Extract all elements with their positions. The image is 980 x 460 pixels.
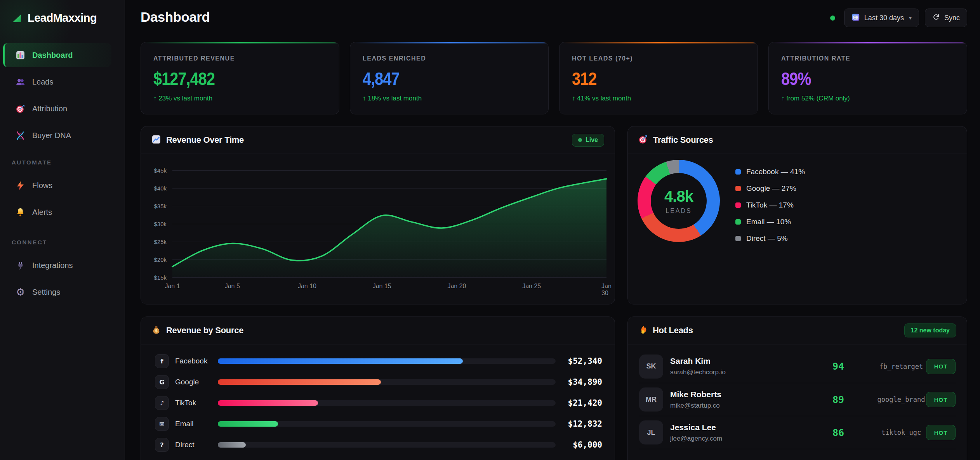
- svg-text:$: $: [155, 328, 158, 333]
- lead-row-mike-roberts[interactable]: MR Mike Roberts mike@startup.co 89 googl…: [639, 383, 956, 416]
- source-label: Email: [175, 420, 218, 428]
- sidebar-item-attribution[interactable]: Attribution: [3, 97, 111, 121]
- legend-item: Google — 27%: [735, 184, 805, 193]
- sidebar-item-label: Alerts: [32, 208, 52, 217]
- sidebar-item-alerts[interactable]: Alerts: [3, 200, 111, 224]
- source-value: $21,420: [568, 398, 602, 408]
- lead-source: fb_retarget: [868, 363, 934, 370]
- sync-icon: [932, 13, 940, 23]
- google-icon: G: [155, 375, 169, 389]
- bar-fill: [218, 358, 463, 364]
- gear-icon: ⚙: [15, 287, 26, 297]
- sidebar-item-settings[interactable]: ⚙ Settings: [3, 280, 111, 304]
- live-dot-icon: [578, 138, 582, 142]
- bar-fill: [218, 400, 318, 406]
- sidebar-item-flows[interactable]: Flows: [3, 173, 111, 197]
- revenue-line-svg: [172, 170, 606, 277]
- app-logo: LeadMaxxing: [0, 0, 125, 24]
- lead-row-sarah-kim[interactable]: SK Sarah Kim sarah@techcorp.io 94 fb_ret…: [639, 350, 956, 383]
- source-value: $6,000: [573, 440, 602, 450]
- source-label: Direct: [175, 441, 218, 449]
- panel-title: Hot Leads: [653, 325, 693, 335]
- kpi-accent-stripe: [560, 42, 758, 43]
- legend-label: Email — 10%: [746, 218, 791, 226]
- x-axis-tick-label: Jan 1: [165, 283, 180, 290]
- main-content: Dashboard Last 30 days ▾ Sync ATTRIBUTED…: [125, 0, 980, 460]
- bell-icon: [15, 207, 26, 218]
- music-note-icon: ♪: [155, 396, 169, 410]
- sync-button[interactable]: Sync: [925, 9, 967, 27]
- kpi-value: $127,482: [153, 68, 215, 89]
- lead-score: 86: [832, 427, 844, 438]
- sidebar-item-buyer-dna[interactable]: Buyer DNA: [3, 123, 111, 147]
- sidebar-item-dashboard[interactable]: Dashboard: [3, 43, 111, 67]
- lead-email: mike@startup.co: [670, 402, 721, 410]
- kpi-label: ATTRIBUTION RATE: [781, 55, 967, 62]
- hot-badge: HOT: [926, 425, 956, 440]
- kpi-value: 4,847: [363, 68, 400, 89]
- x-axis-tick-label: Jan 30: [601, 283, 612, 297]
- kpi-card-hot-leads: HOT LEADS (70+) 312 ↑ 41% vs last month: [559, 42, 758, 114]
- bar-track: [218, 421, 556, 427]
- date-range-label: Last 30 days: [864, 14, 904, 22]
- lead-email: jlee@agency.com: [670, 435, 722, 443]
- donut-center-value: 4.8k: [664, 188, 693, 205]
- revenue-source-row-facebook: f Facebook $52,340: [141, 351, 615, 372]
- chart-up-icon: [151, 135, 161, 146]
- calendar-icon: [851, 13, 860, 23]
- kpi-delta: ↑ 18% vs last month: [363, 95, 548, 102]
- envelope-icon: ✉: [155, 417, 169, 431]
- lead-row-jessica-lee[interactable]: JL Jessica Lee jlee@agency.com 86 tiktok…: [639, 416, 956, 449]
- kpi-label: LEADS ENRICHED: [363, 55, 548, 62]
- bar-track: [218, 400, 556, 406]
- lightning-icon: [15, 180, 26, 191]
- revenue-source-row-direct: ? Direct $6,000: [141, 434, 615, 455]
- sidebar-item-leads[interactable]: Leads: [3, 70, 111, 94]
- panel-title: Traffic Sources: [653, 135, 713, 145]
- money-bag-icon: $: [151, 325, 161, 336]
- kpi-delta: ↑ 41% vs last month: [572, 95, 758, 102]
- lead-row-partial[interactable]: [639, 449, 956, 460]
- legend-item: Facebook — 41%: [735, 167, 805, 176]
- date-range-button[interactable]: Last 30 days ▾: [844, 9, 919, 27]
- online-status-dot: [830, 16, 835, 21]
- kpi-label: ATTRIBUTED REVENUE: [153, 55, 339, 62]
- x-axis-tick-label: Jan 10: [298, 283, 316, 290]
- traffic-donut-chart: 4.8k LEADS: [638, 160, 720, 242]
- lead-source: tiktok_ugc: [868, 429, 934, 436]
- hot-leads-list: SK Sarah Kim sarah@techcorp.io 94 fb_ret…: [639, 350, 956, 460]
- logo-triangle-icon: [12, 13, 22, 23]
- sidebar-item-integrations[interactable]: Integrations: [3, 253, 111, 277]
- kpi-delta: ↑ from 52% (CRM only): [781, 95, 967, 102]
- sidebar: LeadMaxxing Dashboard Leads Attribution …: [0, 0, 125, 460]
- x-axis-tick-label: Jan 5: [225, 283, 240, 290]
- legend-swatch: [735, 169, 741, 175]
- legend-item: Direct — 5%: [735, 234, 805, 243]
- source-label: Facebook: [175, 357, 218, 365]
- legend-swatch: [735, 236, 741, 241]
- revenue-by-source-panel: $ Revenue by Source f Facebook $52,340 G…: [141, 316, 615, 460]
- x-axis-tick-label: Jan 15: [373, 283, 391, 290]
- lead-score: 94: [832, 361, 844, 372]
- sidebar-item-label: Settings: [32, 288, 60, 297]
- facebook-icon: f: [155, 354, 169, 368]
- legend-swatch: [735, 186, 741, 191]
- kpi-value: 312: [572, 68, 596, 89]
- y-axis-tick-label: $45k: [141, 167, 167, 174]
- y-axis-tick-label: $40k: [141, 185, 167, 192]
- bar-fill: [218, 379, 381, 385]
- hot-badge: HOT: [926, 359, 956, 374]
- sidebar-item-label: Attribution: [32, 104, 67, 113]
- y-axis-tick-label: $15k: [141, 274, 167, 281]
- x-axis-tick-label: Jan 25: [522, 283, 541, 290]
- nav-section-automate: AUTOMATE: [12, 159, 125, 166]
- sidebar-item-label: Buyer DNA: [32, 131, 71, 140]
- bar-fill: [218, 421, 278, 427]
- y-axis-tick-label: $30k: [141, 221, 167, 227]
- dna-icon: [15, 130, 26, 141]
- kpi-accent-stripe: [350, 42, 548, 43]
- legend-swatch: [735, 219, 741, 225]
- hot-badge: HOT: [926, 392, 956, 407]
- sync-label: Sync: [944, 14, 960, 22]
- flame-icon: [638, 325, 648, 336]
